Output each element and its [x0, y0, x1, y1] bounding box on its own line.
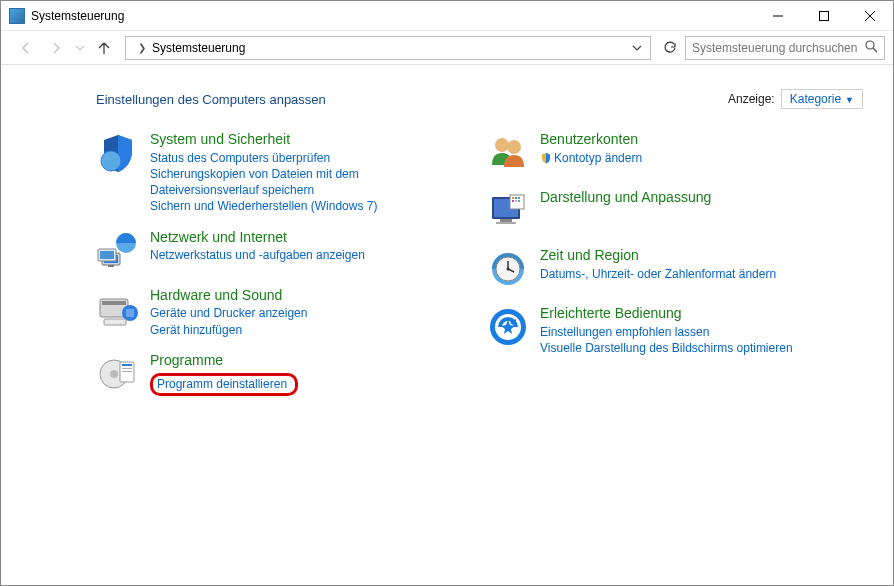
svg-rect-17 [104, 319, 126, 325]
svg-rect-14 [102, 301, 126, 305]
category-programs: ProgrammeProgramm deinstallieren [96, 352, 446, 396]
svg-rect-32 [512, 200, 514, 202]
category-link[interactable]: Visuelle Darstellung des Bildschirms opt… [540, 340, 836, 356]
content-header: Einstellungen des Computers anpassen Anz… [96, 89, 863, 109]
chevron-right-icon[interactable]: ❯ [138, 42, 146, 53]
search-placeholder: Systemsteuerung durchsuchen [692, 41, 857, 55]
svg-rect-33 [515, 200, 517, 202]
highlight-callout: Programm deinstallieren [150, 373, 298, 396]
window-title: Systemsteuerung [31, 9, 124, 23]
control-panel-icon [9, 8, 25, 24]
chevron-down-icon: ▼ [845, 95, 854, 105]
address-bar[interactable]: ❯ Systemsteuerung [125, 36, 651, 60]
category-link[interactable]: Gerät hinzufügen [150, 322, 446, 338]
breadcrumb[interactable]: Systemsteuerung [150, 41, 247, 55]
svg-point-25 [507, 140, 521, 154]
svg-rect-1 [820, 11, 829, 20]
category-ease: Erleichterte BedienungEinstellungen empf… [486, 305, 836, 356]
category-shield: System und SicherheitStatus des Computer… [96, 131, 446, 215]
content-area: Einstellungen des Computers anpassen Anz… [1, 65, 893, 585]
svg-line-5 [873, 48, 877, 52]
category-appearance: Darstellung und Anpassung [486, 189, 836, 233]
back-button[interactable] [13, 35, 39, 61]
svg-point-4 [866, 41, 874, 49]
svg-point-41 [507, 268, 510, 271]
svg-rect-10 [108, 265, 114, 267]
category-network: Netzwerk und InternetNetzwerkstatus und … [96, 229, 446, 273]
category-title[interactable]: Benutzerkonten [540, 131, 836, 148]
address-history-button[interactable] [626, 37, 648, 59]
category-column-1: System und SicherheitStatus des Computer… [96, 131, 446, 410]
category-title[interactable]: Darstellung und Anpassung [540, 189, 836, 206]
svg-point-6 [101, 151, 121, 171]
control-panel-window: Systemsteuerung ❯ Systemsteuerung [0, 0, 894, 586]
category-hardware: Hardware und SoundGeräte und Drucker anz… [96, 287, 446, 338]
refresh-button[interactable] [659, 37, 681, 59]
category-title[interactable]: Zeit und Region [540, 247, 836, 264]
viewby-label: Anzeige: [728, 92, 775, 106]
svg-rect-21 [122, 364, 132, 366]
nav-toolbar: ❯ Systemsteuerung Systemsteuerung durchs… [1, 31, 893, 65]
viewby-dropdown[interactable]: Kategorie▼ [781, 89, 863, 109]
category-link[interactable]: Kontotyp ändern [540, 150, 836, 166]
titlebar: Systemsteuerung [1, 1, 893, 31]
category-link[interactable]: Sichern und Wiederherstellen (Windows 7) [150, 198, 446, 214]
network-icon [96, 229, 140, 273]
category-link[interactable]: Sicherungskopien von Dateien mit dem Dat… [150, 166, 446, 198]
recent-dropdown-button[interactable] [73, 35, 87, 61]
category-link[interactable]: Geräte und Drucker anzeigen [150, 305, 446, 321]
viewby-value: Kategorie [790, 92, 841, 106]
page-title: Einstellungen des Computers anpassen [96, 92, 728, 107]
programs-icon [96, 352, 140, 396]
clock-icon [486, 247, 530, 291]
category-link[interactable]: Einstellungen empfohlen lassen [540, 324, 836, 340]
svg-rect-22 [122, 368, 132, 369]
svg-rect-35 [500, 219, 512, 222]
maximize-button[interactable] [801, 1, 847, 31]
category-clock: Zeit und RegionDatums-, Uhrzeit- oder Za… [486, 247, 836, 291]
category-title[interactable]: Programme [150, 352, 446, 369]
category-column-2: BenutzerkontenKontotyp ändernDarstellung… [486, 131, 836, 410]
svg-rect-31 [518, 197, 520, 199]
svg-rect-30 [515, 197, 517, 199]
forward-button[interactable] [43, 35, 69, 61]
svg-point-24 [495, 138, 509, 152]
close-button[interactable] [847, 1, 893, 31]
users-icon [486, 131, 530, 175]
svg-rect-29 [512, 197, 514, 199]
svg-point-19 [110, 370, 118, 378]
category-link[interactable]: Status des Computers überprüfen [150, 150, 446, 166]
category-title[interactable]: Erleichterte Bedienung [540, 305, 836, 322]
category-title[interactable]: System und Sicherheit [150, 131, 446, 148]
appearance-icon [486, 189, 530, 233]
svg-rect-23 [122, 371, 132, 372]
category-title[interactable]: Netzwerk und Internet [150, 229, 446, 246]
up-button[interactable] [91, 35, 117, 61]
search-icon [865, 40, 878, 56]
svg-rect-36 [496, 222, 516, 224]
ease-icon [486, 305, 530, 349]
hardware-icon [96, 287, 140, 331]
svg-rect-12 [100, 251, 114, 259]
category-link[interactable]: Datums-, Uhrzeit- oder Zahlenformat ände… [540, 266, 836, 282]
category-link[interactable]: Netzwerkstatus und -aufgaben anzeigen [150, 247, 446, 263]
category-columns: System und SicherheitStatus des Computer… [96, 131, 863, 410]
category-link[interactable]: Programm deinstallieren [157, 376, 287, 392]
category-users: BenutzerkontenKontotyp ändern [486, 131, 836, 175]
category-title[interactable]: Hardware und Sound [150, 287, 446, 304]
shield-icon [96, 131, 140, 175]
svg-rect-16 [126, 309, 134, 317]
search-input[interactable]: Systemsteuerung durchsuchen [685, 36, 885, 60]
svg-rect-34 [518, 200, 520, 202]
minimize-button[interactable] [755, 1, 801, 31]
